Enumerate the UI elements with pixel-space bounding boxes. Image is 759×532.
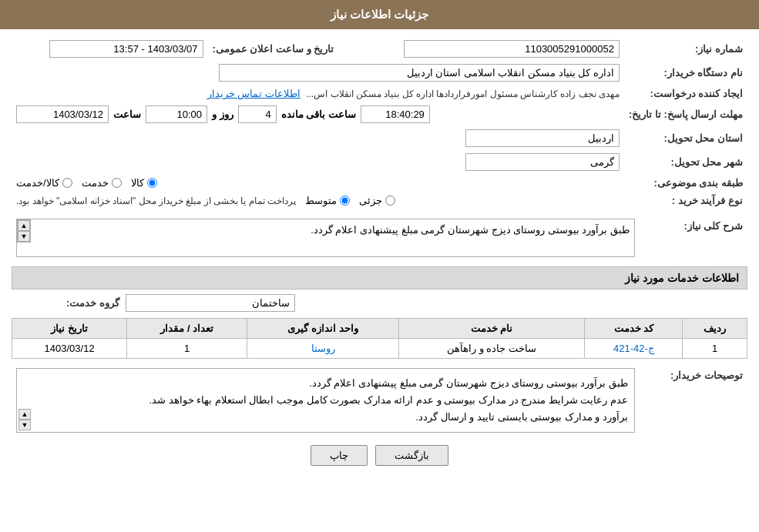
mohlat-roz-value: 4 [238,105,277,123]
scroll-up-arrow[interactable]: ▲ [18,220,30,231]
shahr-label: شهر محل تحویل: [624,150,747,174]
noe-farayand-note: پرداخت تمام یا بخشی از مبلغ خریداز محل "… [16,196,296,206]
shomara-niaz-label: شماره نیاز: [624,37,747,61]
cell-code: ج-42-421 [585,339,683,359]
table-row: 1ج-42-421ساخت جاده و راهآهنروستا11403/03… [12,339,747,359]
sharh-value: طبق برآورد بیوستی روستای دیزج شهرستان گر… [16,219,635,257]
col-unit: واحد اندازه گیری [247,319,399,339]
tawzih-scroll-arrows[interactable]: ▲ ▼ [18,409,31,430]
col-radif: ردیف [683,319,747,339]
mohlat-remaining-value: 18:40:29 [361,105,430,123]
tawzih-scroll-up[interactable]: ▲ [18,409,31,420]
services-table: ردیف کد خدمت نام خدمت واحد اندازه گیری ت… [12,318,747,359]
tarikh-ilan-label: تاریخ و ساعت اعلان عمومی: [208,37,339,61]
radio-motavasset[interactable]: متوسط [305,195,350,206]
tawzih-box: طبق برآورد بیوستی روستای دیزج شهرستان گر… [16,368,635,433]
nam-dastgah-value: اداره کل بنیاد مسکن انقلاب اسلامی استان … [219,64,620,82]
scroll-down-arrow[interactable]: ▼ [18,231,30,242]
cell-radif: 1 [683,339,747,359]
col-count: تعداد / مقدار [127,319,247,339]
ostan-label: استان محل تحویل: [624,126,747,150]
nam-dastgah-label: نام دستگاه خریدار: [624,61,747,85]
tarikh-ilan-value: 1403/03/07 - 13:57 [49,40,203,58]
cell-date: 1403/03/12 [12,339,127,359]
shahr-value: گرمی [465,153,620,171]
mohlat-remaining-label: ساعت باقی مانده [281,109,356,120]
col-name: نام خدمت [398,319,584,339]
mohlat-label: مهلت ارسال پاسخ: تا تاریخ: [624,102,747,126]
ijad-konande-label: ایجاد کننده درخواست: [624,85,747,102]
khadamat-header: اطلاعات خدمات مورد نیاز [12,266,747,289]
ostan-value: اردبیل [465,129,620,147]
sharh-label: شرح کلی نیاز: [640,216,747,260]
tawzih-value: طبق برآورد بیوستی روستای دیزج شهرستان گر… [23,375,628,426]
cell-name: ساخت جاده و راهآهن [398,339,584,359]
buttons-row: بازگشت چاپ [12,445,747,466]
back-button[interactable]: بازگشت [375,445,448,466]
print-button[interactable]: چاپ [311,445,368,466]
col-date: تاریخ نیاز [12,319,127,339]
tabaqabandi-label: طبقه بندی موضوعی: [624,174,747,192]
radio-khadamat[interactable]: خدمت [82,177,122,189]
page-title: جزئیات اطلاعات نیاز [0,0,759,29]
radio-jozii[interactable]: جزئی [359,195,395,206]
radio-kala-khadamat[interactable]: کالا/خدمت [16,177,72,189]
scroll-arrows[interactable]: ▲ ▼ [17,219,31,243]
radio-kala[interactable]: کالا [131,177,157,189]
noe-farayand-label: نوع فرآیند خرید : [624,192,747,209]
ijad-konande-value: مهدی نجف زاده کارشناس مسئول امورفرارداده… [306,89,620,99]
mohlat-date: 1403/03/12 [16,105,109,123]
mohlat-roz-label: روز و [212,109,233,120]
cell-count: 1 [127,339,247,359]
mohlat-saat-value: 10:00 [146,105,207,123]
tawzih-scroll-down[interactable]: ▼ [18,420,31,430]
col-code: کد خدمت [585,319,683,339]
contact-link[interactable]: اطلاعات تماس خریدار [207,88,301,99]
cell-unit: روستا [247,339,399,359]
shomara-niaz-value: 1103005291000052 [404,40,620,58]
mohlat-saat-label: ساعت [113,109,141,120]
gorohe-khadamat-label: گروه خدمت: [12,297,119,309]
gorohe-khadamat-value: ساختمان [126,294,295,312]
tawzih-label: توصیحات خریدار: [640,365,747,436]
